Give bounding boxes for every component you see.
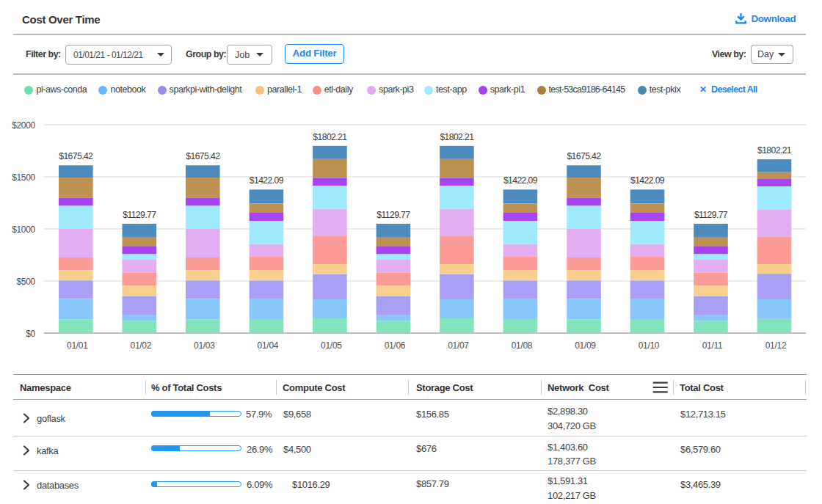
svg-text:$1000: $1000 [12,224,35,235]
svg-text:$500: $500 [17,277,36,287]
svg-text:$1129.77: $1129.77 [377,210,410,220]
svg-text:01/02: 01/02 [131,340,152,351]
svg-text:$1802.21: $1802.21 [440,132,474,142]
svg-text:$1422.09: $1422.09 [503,175,538,186]
svg-text:01/06: 01/06 [385,340,406,351]
svg-text:$1129.77: $1129.77 [694,210,728,220]
svg-text:$1422.09: $1422.09 [250,175,284,186]
svg-text:$1422.09: $1422.09 [630,175,665,186]
svg-text:$1802.21: $1802.21 [757,145,792,156]
svg-text:$0: $0 [26,329,35,339]
svg-text:$1675.42: $1675.42 [186,151,220,161]
svg-text:01/10: 01/10 [639,340,660,351]
svg-text:01/05: 01/05 [321,340,342,351]
svg-text:01/01: 01/01 [67,340,88,351]
svg-text:01/07: 01/07 [448,340,469,351]
svg-text:01/11: 01/11 [702,340,723,351]
svg-text:$1129.77: $1129.77 [123,210,156,220]
svg-text:$1675.42: $1675.42 [567,151,601,161]
svg-text:01/03: 01/03 [194,340,215,351]
svg-text:01/12: 01/12 [765,340,787,351]
svg-text:01/08: 01/08 [512,340,533,351]
svg-text:$1802.21: $1802.21 [313,132,347,142]
svg-text:$2000: $2000 [12,120,35,131]
svg-text:$1500: $1500 [12,172,35,183]
svg-text:01/09: 01/09 [575,340,596,351]
svg-text:01/04: 01/04 [258,340,279,351]
svg-text:$1675.42: $1675.42 [59,151,93,161]
